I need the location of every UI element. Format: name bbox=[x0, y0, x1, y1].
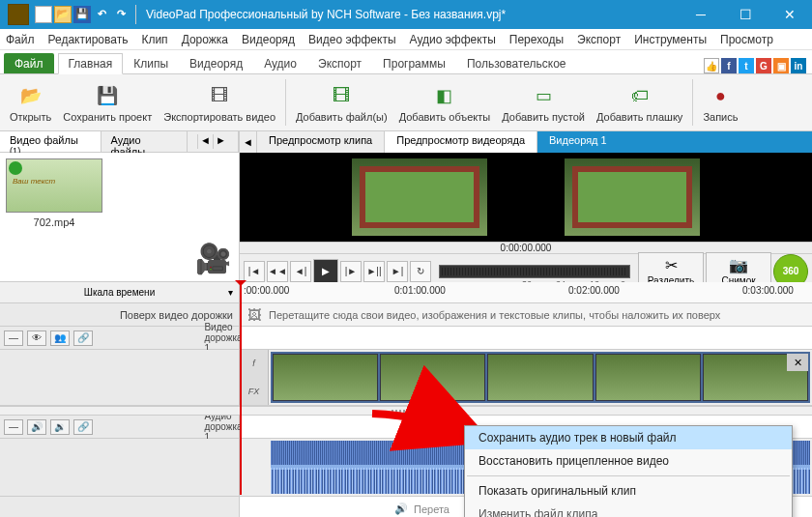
overlay-track-body[interactable]: 🖼 Перетащите сюда свои видео, изображени… bbox=[240, 303, 812, 326]
qa-redo-icon[interactable]: ↷ bbox=[112, 6, 130, 23]
ribbon-export-label: Экспортировать видео bbox=[163, 111, 276, 123]
play-button[interactable]: ▶ bbox=[313, 259, 338, 284]
preview-tab-sequence[interactable]: Предпросмотр видеоряда bbox=[385, 131, 537, 153]
ribbon-tab-sequence[interactable]: Видеоряд bbox=[179, 53, 253, 73]
menu-clip[interactable]: Клип bbox=[141, 33, 167, 46]
clip-thumbnail[interactable]: Ваш текст 702.mp4 bbox=[6, 158, 102, 228]
preview-tab-seq1[interactable]: Видеоряд 1 bbox=[537, 131, 619, 153]
ribbon-record-button[interactable]: ● Запись bbox=[697, 80, 743, 125]
ribbon-addobj-label: Добавить объекты bbox=[399, 111, 491, 123]
ribbon-tab-suite[interactable]: Программы bbox=[372, 53, 456, 73]
ribbon-addfiles-label: Добавить файл(ы) bbox=[296, 111, 388, 123]
ribbon-tab-custom[interactable]: Пользовательское bbox=[456, 53, 577, 73]
clip-thumb-text: Ваш текст bbox=[13, 177, 55, 186]
twitter-icon[interactable]: t bbox=[739, 58, 754, 73]
goto-end-button[interactable]: ►| bbox=[387, 261, 408, 282]
bin-body[interactable]: Ваш текст 702.mp4 🎥 bbox=[0, 153, 239, 281]
googleplus-icon[interactable]: G bbox=[756, 58, 771, 73]
audio-track-head[interactable] bbox=[0, 439, 240, 496]
track-solo-icon[interactable]: 🔉 bbox=[50, 419, 70, 435]
linkedin-icon[interactable]: in bbox=[791, 58, 806, 73]
qa-open-icon[interactable]: 📂 bbox=[54, 6, 72, 23]
qa-new-icon[interactable]: ▭ bbox=[35, 6, 52, 23]
ctx-save-audio-track[interactable]: Сохранить аудио трек в новый файл bbox=[465, 426, 792, 449]
track-link-icon[interactable]: 🔗 bbox=[73, 419, 93, 435]
bin-tab-next-icon[interactable]: ► bbox=[213, 134, 228, 149]
ribbon-tab-clips[interactable]: Клипы bbox=[123, 53, 179, 73]
menu-edit[interactable]: Редактировать bbox=[48, 33, 129, 46]
bin-tab-audio[interactable]: Аудио файлы bbox=[102, 131, 188, 152]
track-visibility-icon[interactable]: 👁 bbox=[27, 330, 46, 346]
track-lock-icon[interactable]: 👥 bbox=[50, 330, 70, 346]
preview-tab-clip[interactable]: Предпросмотр клипа bbox=[257, 131, 385, 153]
ribbon-addblank-button[interactable]: ▭ Добавить пустой bbox=[496, 80, 591, 125]
crossfade-icon[interactable]: ✕ bbox=[787, 354, 808, 371]
facebook-icon[interactable]: f bbox=[721, 58, 737, 73]
video-fx-handle[interactable]: fFX bbox=[240, 350, 269, 405]
track-link-icon[interactable]: 🔗 bbox=[73, 330, 93, 346]
app-icon bbox=[8, 4, 29, 25]
maximize-button[interactable]: ☐ bbox=[723, 0, 768, 29]
timeline-ticks[interactable]: :00:00.000 0:01:00.000 0:02:00.000 0:03:… bbox=[240, 282, 812, 302]
menu-audiofx[interactable]: Аудио эффекты bbox=[410, 33, 496, 46]
audio-track-label: Аудио дорожка 1 bbox=[214, 419, 233, 435]
prev-frame-button[interactable]: ◄◄ bbox=[267, 261, 288, 282]
add-title-icon: 🏷 bbox=[626, 82, 653, 109]
ctx-separator bbox=[467, 475, 790, 476]
goto-start-button[interactable]: |◄ bbox=[244, 261, 265, 282]
menu-export[interactable]: Экспорт bbox=[577, 33, 621, 46]
ctx-show-original-clip[interactable]: Показать оригинальный клип bbox=[465, 479, 792, 503]
ribbon-tab-audio[interactable]: Аудио bbox=[253, 53, 307, 73]
menu-tools[interactable]: Инструменты bbox=[634, 33, 707, 46]
bin-tab-prev-icon[interactable]: ◄ bbox=[197, 134, 213, 149]
tick-label: :00:00.000 bbox=[244, 285, 289, 296]
menu-file[interactable]: Файл bbox=[6, 33, 35, 46]
qa-undo-icon[interactable]: ↶ bbox=[93, 6, 110, 23]
track-mute-icon[interactable]: 🔊 bbox=[27, 419, 46, 435]
video-track-controls: — 👁 👥 🔗 Видео дорожка 1 bbox=[0, 327, 240, 349]
menu-videofx[interactable]: Видео эффекты bbox=[308, 33, 395, 46]
qa-save-icon[interactable]: 💾 bbox=[73, 6, 91, 23]
ctx-change-clip-file[interactable]: Изменить файл клипа bbox=[465, 503, 792, 517]
video-track-head[interactable] bbox=[0, 350, 240, 405]
ribbon-tab-export[interactable]: Экспорт bbox=[307, 53, 372, 73]
camera-watermark-icon: 🎥 bbox=[195, 242, 231, 275]
close-button[interactable]: ✕ bbox=[768, 0, 812, 29]
titlebar-left: ▭ 📂 💾 ↶ ↷ VideoPad Профессиональный by N… bbox=[0, 0, 679, 29]
video-track-body[interactable]: fFX ✕ bbox=[240, 350, 812, 405]
preview-viewport[interactable] bbox=[240, 153, 812, 242]
ribbon-export-button[interactable]: 🎞 Экспортировать видео bbox=[158, 80, 281, 125]
bin-tab-video[interactable]: Видео файлы (1) bbox=[0, 131, 102, 152]
title-bar: ▭ 📂 💾 ↶ ↷ VideoPad Профессиональный by N… bbox=[0, 0, 812, 29]
menu-sequence[interactable]: Видеоряд bbox=[242, 33, 295, 46]
ribbon-addtitle-button[interactable]: 🏷 Добавить плашку bbox=[591, 80, 688, 125]
playhead[interactable] bbox=[240, 282, 242, 495]
ribbon-tab-home[interactable]: Главная bbox=[58, 53, 124, 74]
step-back-button[interactable]: ◄| bbox=[290, 261, 311, 282]
video-track-controls-row: — 👁 👥 🔗 Видео дорожка 1 bbox=[0, 327, 812, 350]
loop-button[interactable]: ↻ bbox=[410, 261, 431, 282]
ribbon-save-button[interactable]: 💾 Сохранить проект bbox=[57, 80, 158, 125]
bin-tabs: Видео файлы (1) Аудио файлы ◄ ► bbox=[0, 131, 239, 153]
menu-track[interactable]: Дорожка bbox=[182, 33, 228, 46]
minimize-button[interactable]: ─ bbox=[679, 0, 723, 29]
track-collapse-icon[interactable]: — bbox=[4, 419, 23, 435]
btn360-label: 360 bbox=[783, 266, 799, 276]
timeline-scale-label[interactable]: Шкала времени bbox=[0, 282, 240, 302]
video-clip[interactable]: ✕ bbox=[271, 352, 810, 403]
ribbon-open-button[interactable]: 📂 Открыть bbox=[4, 80, 57, 125]
ribbon-addfiles-button[interactable]: 🎞 Добавить файл(ы) bbox=[290, 80, 393, 125]
ctx-restore-linked-video[interactable]: Восстановить прицепленное видео bbox=[465, 449, 792, 473]
next-frame-button[interactable]: ►|| bbox=[363, 261, 385, 282]
menu-view[interactable]: Просмотр bbox=[720, 33, 773, 46]
menu-transitions[interactable]: Переходы bbox=[509, 33, 564, 46]
ribbon-tabs: Файл Главная Клипы Видеоряд Аудио Экспор… bbox=[0, 50, 812, 73]
ribbon-addobj-button[interactable]: ◧ Добавить объекты bbox=[393, 80, 497, 125]
ribbon-tab-file[interactable]: Файл bbox=[4, 53, 54, 73]
share-icon[interactable]: ▣ bbox=[773, 58, 789, 73]
timeline-splitter[interactable] bbox=[0, 406, 812, 416]
like-icon[interactable]: 👍 bbox=[704, 58, 719, 73]
track-collapse-icon[interactable]: — bbox=[4, 330, 23, 346]
preview-tab-prev-icon[interactable]: ◄ bbox=[240, 131, 257, 153]
step-fwd-button[interactable]: |► bbox=[340, 261, 362, 282]
